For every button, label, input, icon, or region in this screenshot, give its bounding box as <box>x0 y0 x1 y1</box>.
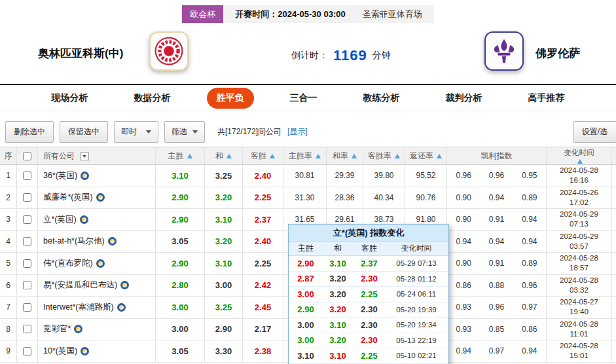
away-odds[interactable]: 2.42 <box>243 275 283 297</box>
row-checkbox[interactable] <box>23 259 31 268</box>
draw-odds[interactable]: 2.90 <box>205 319 243 340</box>
nav-tab[interactable]: 现场分析 <box>42 88 98 109</box>
header-away-rate[interactable]: 客胜率 <box>363 147 405 164</box>
header-change-time[interactable]: 变化时间 <box>547 147 612 164</box>
company-name[interactable]: 立*(英国) <box>43 214 77 225</box>
row-index: 3 <box>0 209 17 230</box>
keep-selected-button[interactable]: 保留选中 <box>60 121 108 143</box>
match-meta-strip: 开赛时间：2024-05-30 03:00 圣索菲亚体育场 <box>223 5 433 23</box>
nav-tab[interactable]: 数据分析 <box>124 88 181 109</box>
home-odds[interactable]: 2.90 <box>156 209 205 230</box>
away-odds[interactable]: 2.38 <box>243 340 283 362</box>
draw-odds[interactable]: 3.20 <box>205 187 243 209</box>
draw-odds[interactable]: 3.25 <box>205 165 243 187</box>
nav-tab[interactable]: 教练分析 <box>353 88 410 109</box>
time-mode-value: 即时 <box>121 126 137 137</box>
home-odds[interactable]: 3.00 <box>156 297 205 318</box>
home-odds[interactable]: 3.05 <box>156 231 205 253</box>
away-odds[interactable]: 2.25 <box>243 187 283 209</box>
home-odds[interactable]: 2.90 <box>156 253 205 274</box>
draw-odds[interactable]: 3.20 <box>205 231 243 253</box>
nav-tab[interactable]: 裁判分析 <box>436 88 492 109</box>
draw-rate: 28.36 <box>327 187 363 209</box>
kelly-away: 0.94 <box>513 237 546 246</box>
home-odds[interactable]: 2.80 <box>156 275 205 297</box>
show-link[interactable]: [显示] <box>287 126 308 137</box>
row-checkbox[interactable] <box>23 193 31 202</box>
row-checkbox-cell <box>17 253 38 274</box>
company-detail-icon[interactable] <box>80 215 88 224</box>
filter-select[interactable]: 筛选 <box>164 121 205 143</box>
company-detail-icon[interactable] <box>81 347 89 355</box>
header-company[interactable]: 所有公司 <box>38 147 156 164</box>
header-home-rate[interactable]: 主胜率 <box>283 147 327 164</box>
company-detail-icon[interactable] <box>108 237 117 246</box>
home-odds[interactable]: 3.10 <box>156 165 205 187</box>
company-name[interactable]: 易*(安提瓜和巴布达) <box>43 280 117 291</box>
header-return-rate[interactable]: 返还率 <box>405 147 447 164</box>
draw-odds[interactable]: 3.10 <box>205 253 243 274</box>
nav-tab[interactable]: 三合一 <box>280 88 327 109</box>
nav-tab[interactable]: 高手推荐 <box>518 88 575 109</box>
draw-odds[interactable]: 3.10 <box>205 209 243 230</box>
company-name[interactable]: 10*(英国) <box>43 346 77 357</box>
kelly-away: 0.96 <box>513 281 546 290</box>
change-time-cell: 2024-05-27 19:40 <box>547 297 612 318</box>
row-index: 7 <box>0 297 17 318</box>
header-draw-rate-label: 和率 <box>333 151 348 162</box>
settings-button[interactable]: 设置/选 <box>573 121 616 143</box>
draw-odds[interactable]: 3.30 <box>205 340 243 362</box>
kelly-home: 0.90 <box>447 259 480 268</box>
home-team-name: 奥林匹亚科斯(中) <box>38 46 123 61</box>
company-detail-icon[interactable] <box>81 172 89 180</box>
header-index: 序 <box>0 147 17 164</box>
company-detail-icon[interactable] <box>120 281 129 289</box>
draw-odds[interactable]: 3.25 <box>205 297 243 318</box>
away-odds[interactable]: 2.37 <box>243 209 283 230</box>
row-checkbox[interactable] <box>23 172 31 180</box>
row-checkbox[interactable] <box>23 325 31 333</box>
delete-selected-button[interactable]: 删除选中 <box>5 121 54 143</box>
company-detail-icon[interactable] <box>96 259 105 268</box>
draw-odds[interactable]: 3.00 <box>205 275 243 297</box>
header-draw-rate[interactable]: 和率 <box>327 147 363 164</box>
kelly-away: 0.86 <box>513 325 546 334</box>
kelly-draw: 0.97 <box>480 346 513 355</box>
away-odds[interactable]: 2.40 <box>243 165 283 187</box>
company-detail-icon[interactable] <box>74 325 82 333</box>
away-odds[interactable]: 2.40 <box>243 231 283 253</box>
away-team-logo <box>490 37 518 65</box>
away-odds[interactable]: 2.25 <box>243 253 283 274</box>
company-detail-icon[interactable] <box>96 193 105 202</box>
countdown-value: 1169 <box>333 47 367 64</box>
company-name[interactable]: bet-at-h*(马尔他) <box>43 236 105 247</box>
home-odds[interactable]: 2.90 <box>156 187 205 209</box>
company-name[interactable]: Interwet*(塞浦路斯) <box>43 302 114 313</box>
company-name[interactable]: 威廉希*(英国) <box>43 192 93 203</box>
header-company-label: 所有公司 <box>43 151 75 162</box>
header-away-odds[interactable]: 客胜 <box>243 147 283 164</box>
company-name[interactable]: 伟*(直布罗陀) <box>43 258 93 269</box>
home-odds[interactable]: 3.00 <box>156 319 205 340</box>
row-checkbox[interactable] <box>23 347 31 355</box>
home-odds[interactable]: 3.05 <box>156 340 205 362</box>
company-name[interactable]: 竞彩官* <box>43 323 71 335</box>
row-checkbox[interactable] <box>23 281 31 289</box>
league-badge: 欧会杯 <box>182 5 223 23</box>
select-all-checkbox[interactable] <box>23 152 31 160</box>
away-odds[interactable]: 2.45 <box>243 297 283 318</box>
header-draw-odds[interactable]: 和 <box>205 147 243 164</box>
time-mode-select[interactable]: 即时 <box>114 121 158 143</box>
company-name[interactable]: 36*(英国) <box>43 170 77 181</box>
header-home-odds[interactable]: 主胜 <box>156 147 205 164</box>
company-filter-icon[interactable] <box>81 152 89 160</box>
nav-tab[interactable]: 胜平负 <box>207 88 254 109</box>
company-detail-icon[interactable] <box>117 303 126 312</box>
away-odds[interactable]: 2.17 <box>243 319 283 340</box>
row-checkbox[interactable] <box>23 303 31 312</box>
row-checkbox[interactable] <box>23 215 31 224</box>
change-date: 2024-05-29 <box>560 232 598 242</box>
row-checkbox[interactable] <box>23 237 31 246</box>
company-cell: 36*(英国) <box>38 165 156 187</box>
popup-title: 立*(英国) 指数变化 <box>289 225 448 242</box>
